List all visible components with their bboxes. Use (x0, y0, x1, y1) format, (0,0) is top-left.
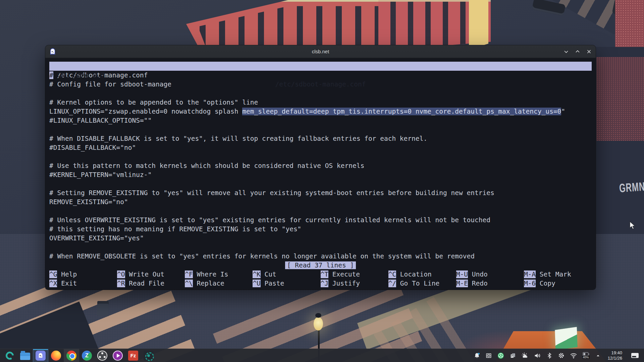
terminal-line: # /etc/sdboot-manage.conf (49, 71, 592, 80)
nano-status-message: [ Read 37 lines ] (285, 261, 356, 269)
terminal-line (49, 179, 592, 188)
taskbar-app-z-app[interactable]: Z (79, 349, 95, 362)
nano-shortcut-help: ^G Help (49, 270, 117, 279)
terminal-line: # When REMOVE_OBSOLETE is set to "yes" e… (49, 252, 592, 261)
message-inbox-icon[interactable] (485, 352, 492, 359)
nano-shortcut-copy: M-6 Copy (524, 279, 592, 288)
maximize-button[interactable] (574, 48, 582, 56)
nano-shortcut-paste: ^U Paste (253, 279, 320, 288)
wallpaper-graffiti-text: GRMN (619, 179, 644, 195)
terminal-line: # this setting has no meaning if REMOVE_… (49, 225, 592, 234)
taskbar-app-chrome[interactable] (64, 349, 79, 362)
taskbar-app-teal-ring[interactable] (141, 349, 156, 362)
tray-expander-icon[interactable] (595, 353, 601, 358)
z-app-icon: Z (82, 351, 92, 361)
mouse-cursor (629, 221, 637, 231)
terminal-line: OVERWRITE_EXISTING="yes" (49, 234, 592, 243)
terminal-line: # When DISABLE_FALLBACK is set to "yes",… (49, 134, 592, 143)
nano-shortcut-replace: ^\ Replace (185, 279, 253, 288)
taskbar-app-filezilla[interactable]: Fz (125, 349, 141, 362)
nano-shortcut-go-to-line: ^/ Go To Line (388, 279, 456, 288)
terminal-line (49, 152, 592, 161)
terminal-line: #KERNEL_PATTERN="vmlinuz-" (49, 170, 592, 179)
show-desktop-icon[interactable] (631, 352, 639, 359)
nano-shortcut-exit: ^X Exit (49, 279, 117, 288)
clipboard-icon[interactable] (509, 352, 516, 359)
nano-shortcut-redo: M-E Redo (456, 279, 524, 288)
taskbar-app-stremio[interactable] (110, 349, 125, 362)
terminal-line (49, 125, 592, 134)
wifi-icon[interactable] (570, 352, 577, 359)
sync-wheel-icon[interactable] (497, 352, 504, 359)
nano-shortcut-menu: ^G Help^O Write Out^F Where Is^K Cut^T E… (49, 270, 592, 288)
terminal-line: #DISABLE_FALLBACK="no" (49, 143, 592, 152)
nano-shortcut-where-is: ^F Where Is (185, 270, 253, 279)
minimize-button[interactable] (562, 48, 570, 56)
close-button[interactable] (585, 48, 593, 56)
firefox-icon (51, 351, 61, 361)
wallpaper-trash-bin (97, 301, 109, 316)
stremio-play-icon (113, 351, 123, 361)
wallpaper-lamp-light (314, 317, 323, 330)
nano-status-bar: [ Read 37 lines ] (49, 261, 592, 270)
taskbar-app-obs-studio[interactable] (95, 349, 110, 362)
nano-shortcut-read-file: ^R Read File (117, 279, 185, 288)
nano-shortcut-location: ^C Location (388, 270, 456, 279)
terminal-line: # Unless OVERWRITE_EXISTING is set to "y… (49, 216, 592, 225)
battery-percent-label: 40% (582, 356, 590, 359)
nano-shortcut-justify: ^J Justify (321, 279, 388, 288)
terminal-line: #LINUX_FALLBACK_OPTIONS="" (49, 116, 592, 125)
notifications-bell-icon[interactable] (474, 352, 480, 359)
nano-shortcut-set-mark: M-A Set Mark (524, 270, 592, 279)
terminal-line: # Setting REMOVE_EXISTING to "yes" will … (49, 188, 592, 197)
window-title: clsb.net (45, 49, 596, 54)
taskbar-app-firefox[interactable] (48, 349, 64, 362)
taskbar-app-file-manager[interactable] (17, 349, 33, 362)
terminal-line: REMOVE_EXISTING="no" (49, 197, 592, 206)
nano-shortcut-undo: M-U Undo (456, 270, 524, 279)
nano-file-path: /etc/sdboot-manage.conf (49, 80, 592, 89)
desktop: GRMN clsb.net (0, 0, 644, 362)
window-titlebar[interactable]: clsb.net (45, 45, 596, 58)
taskbar-app-launcher-cachyos[interactable] (2, 349, 17, 362)
terminal-buffer: # /etc/sdboot-manage.conf# Config file f… (49, 71, 592, 261)
ghostty-app-icon (49, 48, 57, 56)
terminal-line: LINUX_OPTIONS="zswap.enabled=0 nowatchdo… (49, 107, 592, 116)
teal-ring-app-icon (144, 351, 154, 361)
filezilla-icon: Fz (128, 351, 138, 361)
terminal-line (49, 89, 592, 98)
volume-icon[interactable] (534, 352, 541, 359)
nano-shortcut-write-out: ^O Write Out (117, 270, 185, 279)
folder-icon (20, 353, 30, 360)
weather-icon[interactable] (521, 352, 529, 359)
nano-header-bar: GNU nano 8.7 /etc/sdboot-manage.conf (49, 62, 592, 71)
terminal-line: # Kernel options to be appended to the "… (49, 98, 592, 107)
terminal-content[interactable]: GNU nano 8.7 /etc/sdboot-manage.conf # /… (45, 58, 596, 290)
taskbar: Z Fz (0, 349, 644, 362)
battery-icon[interactable]: 40% (582, 352, 590, 359)
settings-gear-icon[interactable] (558, 352, 565, 359)
clock-date: 12/1/26 (608, 356, 622, 361)
wallpaper-right-dotted-wall (596, 57, 644, 141)
terminal-window: clsb.net GNU nano 8.7 /etc/sdboot-manage… (45, 45, 596, 290)
clock-time: 19:40 (608, 350, 622, 355)
chrome-icon (66, 351, 76, 361)
wallpaper-yellow-strip (469, 0, 488, 50)
wallpaper-kiosk-screen (555, 327, 577, 350)
terminal-line: # Use this pattern to match kernels whic… (49, 161, 592, 170)
terminal-line (49, 206, 592, 216)
bluetooth-icon[interactable] (546, 352, 553, 359)
clock[interactable]: 19:40 12/1/26 (608, 350, 622, 361)
ghostty-icon (36, 351, 46, 361)
taskbar-app-ghostty-terminal[interactable] (33, 349, 48, 362)
taskbar-apps: Z Fz (2, 349, 156, 362)
nano-version-label: GNU nano 8.7 (57, 71, 105, 80)
system-tray: 40% 19:40 12/1/26 (474, 350, 642, 361)
cachyos-logo-icon (4, 350, 15, 361)
obs-studio-icon (97, 351, 107, 361)
terminal-line (49, 243, 592, 252)
nano-shortcut-execute: ^T Execute (321, 270, 388, 279)
wallpaper-dotted-facade (615, 0, 644, 50)
nano-shortcut-cut: ^K Cut (253, 270, 320, 279)
